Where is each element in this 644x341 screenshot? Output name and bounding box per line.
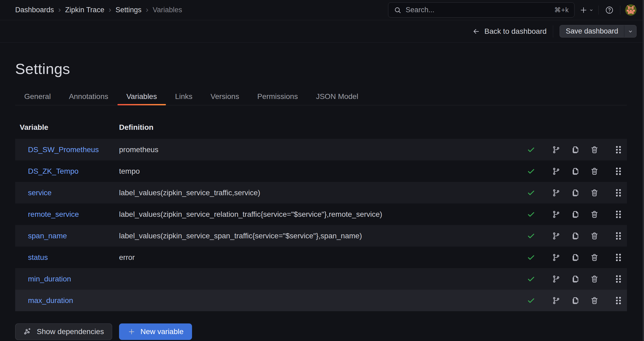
variable-usages-icon [552,253,561,262]
plus-icon [128,328,136,336]
variable-usages-button[interactable] [550,144,562,156]
duplicate-variable-icon [571,253,580,262]
drag-handle-icon [613,209,623,219]
valid-check-icon [525,144,537,156]
duplicate-variable-button[interactable] [569,273,581,285]
drag-handle[interactable] [613,295,624,306]
drag-handle[interactable] [613,252,624,263]
variables-table: DS_SW_PrometheusprometheusDS_ZK_Tempotem… [15,139,627,311]
duplicate-variable-icon [571,231,580,240]
drag-handle[interactable] [613,144,624,156]
save-dashboard-button[interactable]: Save dashboard [560,25,624,37]
tab-json-model[interactable]: JSON Model [307,88,367,105]
breadcrumb: Dashboards›Zipkin Trace›Settings›Variabl… [15,6,182,14]
duplicate-variable-button[interactable] [569,295,581,306]
delete-variable-icon [590,275,599,284]
delete-variable-button[interactable] [589,230,600,242]
drag-handle[interactable] [613,209,624,220]
drag-handle-icon [613,231,623,241]
back-to-dashboard-button[interactable]: Back to dashboard [472,27,547,36]
variable-usages-button[interactable] [550,295,562,306]
show-dependencies-button[interactable]: Show dependencies [15,323,112,340]
drag-handle[interactable] [613,230,624,242]
variable-usages-button[interactable] [550,165,562,177]
delete-variable-button[interactable] [589,144,600,156]
row-actions [525,252,627,263]
drag-handle[interactable] [613,187,624,199]
delete-variable-icon [590,253,599,262]
row-actions [525,295,627,306]
variable-usages-button[interactable] [550,230,562,242]
column-header-definition: Definition [119,123,153,132]
tab-permissions[interactable]: Permissions [248,88,307,105]
duplicate-variable-button[interactable] [569,187,581,199]
breadcrumb-item-zipkin-trace[interactable]: Zipkin Trace [65,6,104,14]
tab-annotations[interactable]: Annotations [60,88,117,105]
delete-variable-button[interactable] [589,273,600,285]
tab-variables[interactable]: Variables [117,88,166,105]
variable-usages-button[interactable] [550,209,562,220]
duplicate-variable-button[interactable] [569,144,581,156]
duplicate-variable-icon [571,275,580,284]
variable-name-link[interactable]: span_name [28,232,67,240]
nav-right-group: Search... ⌘+k [388,2,637,18]
variable-usages-button[interactable] [550,187,562,199]
drag-handle-icon [613,274,623,284]
drag-handle-icon [613,252,623,263]
tab-general[interactable]: General [15,88,60,105]
show-dependencies-label: Show dependencies [37,327,104,336]
variable-row: servicelabel_values(zipkin_service_traff… [15,182,627,203]
new-variable-button[interactable]: New variable [119,323,192,340]
variable-definition: tempo [119,167,525,176]
user-avatar[interactable] [625,4,637,16]
variable-name-cell: span_name [15,232,119,240]
delete-variable-button[interactable] [589,295,600,306]
variable-name-link[interactable]: min_duration [28,275,71,283]
add-new-button[interactable] [579,4,594,16]
row-actions [525,187,627,199]
variable-usages-button[interactable] [550,252,562,263]
variable-name-link[interactable]: status [28,253,48,261]
page-title: Settings [15,60,627,77]
save-dashboard-caret-button[interactable] [624,25,636,37]
search-input[interactable]: Search... ⌘+k [388,2,574,18]
chevron-down-icon [627,28,633,34]
duplicate-variable-button[interactable] [569,252,581,263]
delete-variable-icon [590,145,599,154]
variable-name-link[interactable]: DS_SW_Prometheus [28,145,99,154]
duplicate-variable-button[interactable] [569,209,581,220]
nav-divider [620,6,620,15]
delete-variable-button[interactable] [589,165,600,177]
tab-links[interactable]: Links [166,88,201,105]
delete-variable-icon [590,167,599,176]
breadcrumb-item-variables: Variables [153,6,182,14]
drag-handle[interactable] [613,273,624,285]
search-icon [394,6,402,14]
back-to-dashboard-label: Back to dashboard [484,27,547,36]
tab-versions[interactable]: Versions [202,88,248,105]
breadcrumb-item-settings[interactable]: Settings [116,6,142,14]
delete-variable-button[interactable] [589,252,600,263]
duplicate-variable-button[interactable] [569,165,581,177]
variable-row: min_duration [15,268,627,290]
dashboard-toolbar: Back to dashboard Save dashboard [0,20,644,43]
search-placeholder: Search... [406,6,550,14]
variable-usages-button[interactable] [550,273,562,285]
variable-name-cell: remote_service [15,210,119,219]
help-button[interactable] [604,4,615,16]
page-scrollbar[interactable] [643,0,644,341]
breadcrumb-item-dashboards[interactable]: Dashboards [15,6,54,14]
valid-check-icon [525,209,537,220]
row-actions [525,165,627,177]
duplicate-variable-button[interactable] [569,230,581,242]
variable-row: DS_ZK_Tempotempo [15,160,627,182]
variable-definition: error [119,253,525,262]
variable-name-link[interactable]: service [28,189,52,197]
delete-variable-button[interactable] [589,187,600,199]
delete-variable-button[interactable] [589,209,600,220]
footer-actions: Show dependencies New variable [15,323,627,340]
variable-name-link[interactable]: max_duration [28,296,73,305]
drag-handle[interactable] [613,165,624,177]
variable-name-link[interactable]: remote_service [28,210,79,218]
variable-name-link[interactable]: DS_ZK_Tempo [28,167,79,175]
